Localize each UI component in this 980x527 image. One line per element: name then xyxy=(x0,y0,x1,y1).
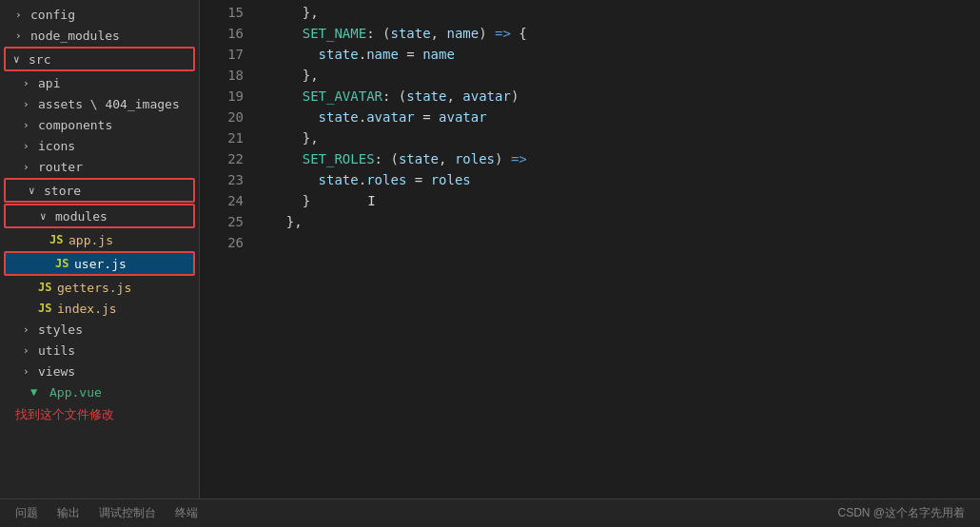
sidebar-item-label: components xyxy=(38,118,112,132)
code-content[interactable]: }, SET_NAME: (state, name) => { state.na… xyxy=(255,0,980,498)
arrow-icon: › xyxy=(15,9,30,21)
tab-terminal[interactable]: 终端 xyxy=(175,505,198,521)
code-line-26 xyxy=(270,232,980,253)
line-num-25: 25 xyxy=(207,211,244,232)
sidebar-item-user-js[interactable]: JS user.js xyxy=(6,253,193,274)
js-file-icon: JS xyxy=(55,257,70,270)
modules-highlight-box: ∨ modules xyxy=(4,204,195,228)
tab-output[interactable]: 输出 xyxy=(57,505,80,521)
line-num-16: 16 xyxy=(207,23,244,44)
sidebar-item-node-modules[interactable]: › node_modules xyxy=(0,25,199,46)
arrow-icon: ∨ xyxy=(29,185,44,197)
sidebar-item-label: assets \ 404_images xyxy=(38,97,180,111)
sidebar-item-utils[interactable]: › utils xyxy=(0,340,199,361)
code-line-25: }, xyxy=(270,211,980,232)
sidebar-item-styles[interactable]: › styles xyxy=(0,319,199,340)
bottom-bar: 问题 输出 调试控制台 终端 CSDN @这个名字先用着 xyxy=(0,498,980,527)
tab-debug-console[interactable]: 调试控制台 xyxy=(99,505,156,521)
code-line-15: }, xyxy=(270,2,980,23)
sidebar-item-getters-js[interactable]: JS getters.js xyxy=(0,277,199,298)
line-num-22: 22 xyxy=(207,148,244,169)
sidebar-item-label: node_modules xyxy=(30,29,120,43)
main-area: › config › node_modules ∨ src › api › as… xyxy=(0,0,980,498)
sidebar-item-app-js[interactable]: JS app.js xyxy=(0,229,199,250)
arrow-icon: › xyxy=(23,77,38,89)
scrollbar[interactable] xyxy=(200,0,207,498)
sidebar-item-label: app.js xyxy=(69,233,113,247)
sidebar-item-label: views xyxy=(38,364,75,379)
code-line-23: state.roles = roles xyxy=(270,169,980,190)
sidebar-item-label: store xyxy=(44,184,81,198)
sidebar-item-label: api xyxy=(38,76,60,90)
code-line-18: }, xyxy=(270,65,980,86)
sidebar-item-label: index.js xyxy=(57,302,117,316)
code-line-17: state.name = name xyxy=(270,44,980,65)
sidebar-item-store[interactable]: ∨ store xyxy=(6,180,193,201)
sidebar-item-index-js[interactable]: JS index.js xyxy=(0,298,199,319)
tab-problems[interactable]: 问题 xyxy=(15,505,38,521)
code-line-20: state.avatar = avatar xyxy=(270,107,980,127)
line-num-20: 20 xyxy=(207,107,244,127)
line-num-19: 19 xyxy=(207,86,244,107)
arrow-icon: ∨ xyxy=(13,53,29,66)
code-line-21: }, xyxy=(270,127,980,148)
annotation-area: 找到这个文件修改 xyxy=(0,406,199,423)
sidebar-item-router[interactable]: › router xyxy=(0,156,199,177)
line-numbers: 15 16 17 18 19 20 21 22 23 24 25 26 xyxy=(207,0,255,498)
store-highlight-box: ∨ store xyxy=(4,178,195,203)
arrow-icon: › xyxy=(23,98,38,110)
line-num-23: 23 xyxy=(207,169,244,190)
sidebar-item-views[interactable]: › views xyxy=(0,361,199,381)
sidebar-item-config[interactable]: › config xyxy=(0,4,199,25)
sidebar-item-label: styles xyxy=(38,322,83,337)
arrow-icon: › xyxy=(15,29,30,42)
sidebar-item-label: icons xyxy=(38,139,75,153)
sidebar-item-label: utils xyxy=(38,343,75,358)
code-line-22: SET_ROLES: (state, roles) => xyxy=(270,148,980,169)
user-js-highlight-box: JS user.js xyxy=(4,251,195,276)
line-num-26: 26 xyxy=(207,232,244,253)
arrow-icon: › xyxy=(23,161,38,173)
sidebar-item-modules[interactable]: ∨ modules xyxy=(6,205,193,226)
sidebar-item-icons[interactable]: › icons xyxy=(0,135,199,156)
sidebar-item-label: getters.js xyxy=(57,281,131,295)
line-num-17: 17 xyxy=(207,44,244,65)
watermark: CSDN @这个名字先用着 xyxy=(837,505,965,521)
sidebar-item-app-vue[interactable]: ▼ App.vue xyxy=(0,381,199,402)
arrow-icon: › xyxy=(23,119,38,131)
sidebar-item-label: App.vue xyxy=(49,385,102,400)
arrow-icon: ∨ xyxy=(40,210,55,223)
code-editor: 15 16 17 18 19 20 21 22 23 24 25 26 }, S… xyxy=(207,0,980,498)
sidebar-item-label: modules xyxy=(55,209,108,224)
line-num-24: 24 xyxy=(207,190,244,211)
line-num-18: 18 xyxy=(207,65,244,86)
bottom-tabs: 问题 输出 调试控制台 终端 xyxy=(15,505,198,521)
arrow-icon: › xyxy=(23,323,38,336)
sidebar-item-label: config xyxy=(30,8,75,22)
sidebar-item-src[interactable]: ∨ src xyxy=(6,49,193,69)
sidebar-item-label: src xyxy=(29,52,50,67)
src-highlight-box: ∨ src xyxy=(4,47,195,71)
code-line-16: SET_NAME: (state, name) => { xyxy=(270,23,980,44)
arrow-icon: › xyxy=(23,365,38,378)
sidebar-item-label: router xyxy=(38,160,83,174)
js-file-icon: JS xyxy=(38,302,53,315)
vue-file-icon: ▼ xyxy=(30,385,46,399)
code-line-24: }I xyxy=(270,190,980,211)
line-num-21: 21 xyxy=(207,127,244,148)
code-line-19: SET_AVATAR: (state, avatar) xyxy=(270,86,980,107)
sidebar-item-assets[interactable]: › assets \ 404_images xyxy=(0,93,199,114)
annotation-text: 找到这个文件修改 xyxy=(15,407,114,421)
sidebar-item-api[interactable]: › api xyxy=(0,72,199,93)
sidebar-item-components[interactable]: › components xyxy=(0,114,199,135)
arrow-icon: › xyxy=(23,344,38,357)
file-explorer: › config › node_modules ∨ src › api › as… xyxy=(0,0,200,498)
js-file-icon: JS xyxy=(49,233,65,246)
sidebar-item-label: user.js xyxy=(74,257,127,271)
js-file-icon: JS xyxy=(38,281,53,294)
arrow-icon: › xyxy=(23,140,38,152)
line-num-15: 15 xyxy=(207,2,244,23)
